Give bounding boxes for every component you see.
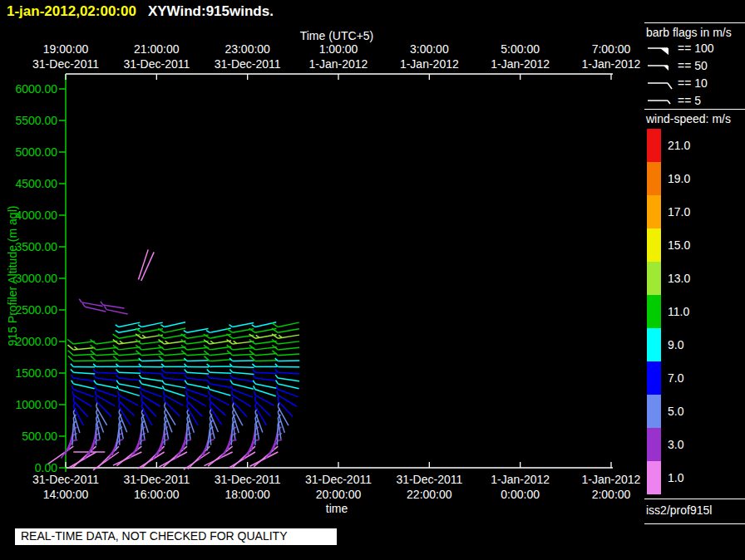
wind-barb: [278, 347, 299, 350]
wind-barb-tick: [185, 375, 187, 378]
wind-barb-tick: [71, 364, 73, 367]
wind-barb-tick: [161, 370, 164, 373]
wind-barb-tick: [207, 370, 210, 373]
wind-barb: [96, 384, 117, 388]
wind-barb-tick: [93, 370, 96, 373]
wind-barb-tick: [116, 375, 119, 378]
colorbar-swatch: [647, 428, 661, 461]
wind-barb-tick: [233, 402, 234, 406]
wind-barb-tick: [230, 381, 233, 384]
barb-legend-label: == 10: [678, 76, 708, 90]
wind-barb-tick: [94, 381, 96, 384]
bottom-tick-label: 31-Dec-201118:00:00: [202, 472, 294, 502]
wind-barb-tick: [229, 325, 232, 327]
colorbar-value: 15.0: [668, 238, 690, 252]
wind-barb-tick: [184, 331, 187, 333]
wind-barb-tick: [185, 386, 187, 389]
wind-barb: [96, 347, 118, 350]
wind-barb-tick: [255, 402, 256, 406]
colorbar-value: 19.0: [668, 172, 690, 185]
station-box-top-line: [644, 499, 745, 499]
wind-barb: [233, 395, 251, 407]
wind-barb-tick: [104, 306, 106, 309]
speed-legend-title: wind-speed: m/s: [646, 112, 731, 125]
colorbar-value: 17.0: [668, 205, 690, 219]
wind-barb: [278, 341, 299, 344]
y-tick-label: 3000.00: [0, 272, 57, 285]
bottom-axis-title: time: [287, 502, 387, 515]
wind-barb: [141, 341, 163, 344]
wind-barb-tick: [67, 339, 73, 344]
barb-legend-label: == 100: [678, 42, 714, 55]
y-tick-label: 1000.00: [0, 398, 57, 411]
wind-barb: [233, 366, 254, 367]
wind-barb: [255, 341, 277, 344]
wind-barb-tick: [273, 351, 279, 356]
y-tick-label: 6000.00: [0, 82, 57, 96]
wind-barb-tick: [72, 386, 73, 390]
wind-barb: [210, 390, 230, 395]
wind-barb: [254, 446, 278, 466]
wind-barb: [278, 354, 299, 356]
wind-barb-tick: [95, 391, 96, 395]
y-tick-label: 1500.00: [0, 366, 57, 380]
wind-barb: [73, 378, 95, 381]
wind-barb-tick: [207, 364, 210, 366]
wind-barb-tick: [72, 391, 73, 395]
bottom-tick-label: 1-Jan-20122:00:00: [565, 472, 657, 502]
barb-legend-item-pennant-100: == 100: [646, 41, 714, 58]
wind-barb: [165, 353, 186, 355]
barb-legend-item-full-barb: == 10: [646, 76, 708, 93]
bottom-tick-label: 31-Dec-201120:00:00: [293, 472, 384, 502]
wind-barb-tick: [160, 325, 164, 327]
wind-barb: [187, 361, 209, 361]
wind-barb: [73, 390, 93, 397]
barb-legend-label: == 5: [678, 94, 701, 107]
wind-barb-tick: [93, 364, 96, 367]
wind-barb-tick: [141, 391, 141, 395]
wind-barb-tick: [254, 386, 255, 389]
wind-barb-tick: [67, 345, 73, 350]
wind-barb-tick: [187, 402, 188, 406]
wind-barb: [165, 390, 185, 396]
wind-barb: [204, 452, 232, 466]
wind-barb: [165, 347, 186, 350]
y-tick-label: 500.00: [0, 430, 57, 443]
wind-barb-tick: [68, 351, 74, 356]
pennant-50-icon: [646, 58, 674, 75]
wind-barb-tick: [233, 440, 237, 440]
wind-barb: [141, 347, 163, 350]
wind-barb-tick: [94, 386, 96, 389]
wind-barb-tick: [72, 381, 74, 384]
wind-barb-tick: [73, 402, 74, 406]
wind-barb-tick: [161, 364, 165, 367]
wind-barb: [255, 378, 277, 381]
wind-barb-tick: [210, 402, 210, 406]
bottom-tick-label: 31-Dec-201116:00:00: [111, 472, 202, 502]
wind-barb-tick: [141, 440, 146, 440]
colorbar-value: 3.0: [668, 438, 683, 451]
wind-barb-tick: [161, 375, 164, 378]
colorbar-value: 9.0: [668, 338, 683, 351]
wind-barb: [141, 322, 162, 327]
wind-barb-tick: [186, 391, 187, 395]
wind-barb: [187, 354, 209, 356]
wind-barb: [141, 354, 163, 356]
wind-barb: [255, 347, 277, 350]
wind-barb: [278, 329, 299, 333]
wind-barb: [73, 384, 94, 389]
wind-barb: [184, 452, 210, 469]
wind-barb-tick: [142, 335, 146, 337]
page-title: XYWind:915winds.: [148, 3, 274, 19]
wind-barb: [233, 354, 254, 355]
wind-barb: [165, 372, 186, 373]
wind-barb-tick: [140, 381, 142, 384]
wind-barb: [141, 384, 162, 389]
wind-barb: [119, 424, 120, 445]
wind-barb-tick: [210, 341, 214, 343]
colorbar-swatch: [647, 195, 661, 228]
wind-barb: [210, 360, 231, 361]
wind-barb: [233, 323, 254, 327]
wind-barb: [278, 322, 298, 327]
colorbar-swatch: [647, 162, 661, 195]
